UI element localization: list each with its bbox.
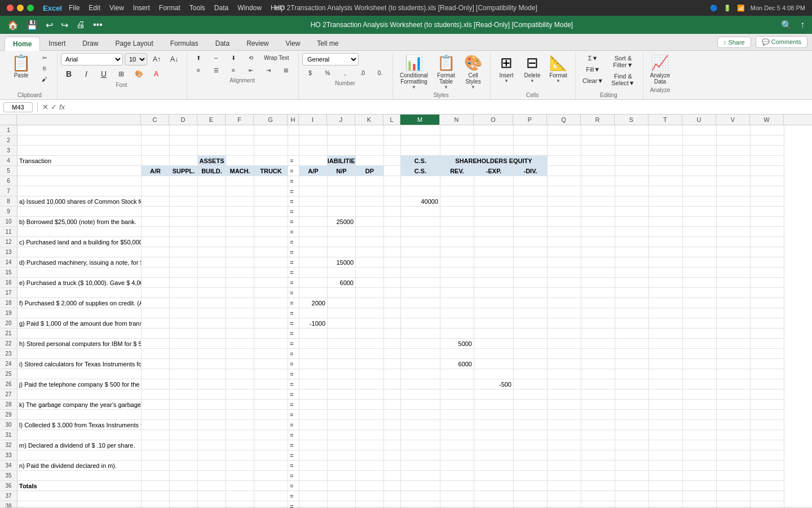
cell-K9[interactable] <box>356 207 384 217</box>
cell-R29[interactable] <box>581 410 615 420</box>
cell-V4[interactable] <box>717 156 751 166</box>
col-header-w[interactable]: W <box>750 115 784 125</box>
cell-F6[interactable] <box>226 176 254 186</box>
cell-A25[interactable] <box>17 369 142 379</box>
cell-T23[interactable] <box>649 349 683 359</box>
cell-O37[interactable] <box>474 491 514 501</box>
menu-tools[interactable]: Tools <box>189 4 205 12</box>
cell-P31[interactable] <box>514 430 548 440</box>
menu-data[interactable]: Data <box>214 4 228 12</box>
cell-U32[interactable] <box>683 440 717 450</box>
cell-C4[interactable] <box>142 156 170 166</box>
cell-I1[interactable] <box>299 125 328 135</box>
cell-C25[interactable] <box>142 369 170 379</box>
cell-J17[interactable] <box>328 288 356 298</box>
cell-N11[interactable] <box>440 227 474 237</box>
cell-O3[interactable] <box>474 146 514 156</box>
cell-W1[interactable] <box>751 125 784 135</box>
cell-S26[interactable] <box>615 379 649 389</box>
cell-V24[interactable] <box>717 359 751 369</box>
cell-F36[interactable] <box>226 481 254 491</box>
cell-S15[interactable] <box>615 268 649 278</box>
cell-U15[interactable] <box>683 268 717 278</box>
cell-J31[interactable] <box>328 430 356 440</box>
cell-T27[interactable] <box>649 389 683 400</box>
cell-D33[interactable] <box>170 450 198 461</box>
cell-U11[interactable] <box>683 227 717 237</box>
cell-S25[interactable] <box>615 369 649 379</box>
cell-P35[interactable] <box>514 471 548 481</box>
cell-F33[interactable] <box>226 450 254 461</box>
cell-P28[interactable] <box>514 400 548 410</box>
cell-Q22[interactable] <box>548 339 581 349</box>
cell-K19[interactable] <box>356 308 384 318</box>
cell-S32[interactable] <box>615 440 649 450</box>
cell-T11[interactable] <box>649 227 683 237</box>
cell-E20[interactable] <box>198 318 226 329</box>
cell-C15[interactable] <box>142 268 170 278</box>
cell-F19[interactable] <box>226 308 254 318</box>
cell-P19[interactable] <box>514 308 548 318</box>
cell-K37[interactable] <box>356 491 384 501</box>
cell-G29[interactable] <box>254 410 288 420</box>
cell-P15[interactable] <box>514 268 548 278</box>
cell-C12[interactable] <box>142 237 170 247</box>
align-left-button[interactable]: ≡ <box>191 65 206 75</box>
cell-Q11[interactable] <box>548 227 581 237</box>
cell-K8[interactable] <box>356 196 384 207</box>
cell-F20[interactable] <box>226 318 254 329</box>
cell-L25[interactable] <box>384 369 401 379</box>
cell-M24[interactable] <box>401 359 440 369</box>
cell-W30[interactable] <box>751 420 784 430</box>
cell-Q1[interactable] <box>548 125 581 135</box>
cell-W20[interactable] <box>751 318 784 329</box>
cell-T7[interactable] <box>649 186 683 196</box>
cell-L18[interactable] <box>384 298 401 308</box>
cell-Q23[interactable] <box>548 349 581 359</box>
font-grow-button[interactable]: A↑ <box>149 55 165 64</box>
cell-G25[interactable] <box>254 369 288 379</box>
cell-R30[interactable] <box>581 420 615 430</box>
cell-K22[interactable] <box>356 339 384 349</box>
cell-A22[interactable]: h) Stored personal computers for IBM for… <box>17 339 142 349</box>
cell-S6[interactable] <box>615 176 649 186</box>
cell-L27[interactable] <box>384 389 401 400</box>
cell-C3[interactable] <box>142 146 170 156</box>
cell-E11[interactable] <box>198 227 226 237</box>
cell-Q27[interactable] <box>548 389 581 400</box>
cell-Q26[interactable] <box>548 379 581 389</box>
cell-N20[interactable] <box>440 318 474 329</box>
cell-S11[interactable] <box>615 227 649 237</box>
cell-D16[interactable] <box>170 278 198 288</box>
cell-W12[interactable] <box>751 237 784 247</box>
cell-P6[interactable] <box>514 176 548 186</box>
cell-G18[interactable] <box>254 298 288 308</box>
cell-N3[interactable] <box>440 146 474 156</box>
cell-A29[interactable] <box>17 410 142 420</box>
cell-H14[interactable]: = <box>288 257 299 268</box>
tab-data[interactable]: Data <box>207 36 238 50</box>
cell-C17[interactable] <box>142 288 170 298</box>
cell-A1[interactable] <box>17 125 142 135</box>
cell-U34[interactable] <box>683 461 717 471</box>
cell-F2[interactable] <box>226 135 254 146</box>
cell-C14[interactable] <box>142 257 170 268</box>
search-toolbar-btn[interactable]: 🔍 <box>778 19 795 32</box>
cell-V5[interactable] <box>717 166 751 176</box>
cell-W31[interactable] <box>751 430 784 440</box>
cell-O28[interactable] <box>474 400 514 410</box>
cell-Q6[interactable] <box>548 176 581 186</box>
cell-O8[interactable] <box>474 196 514 207</box>
cell-G36[interactable] <box>254 481 288 491</box>
cell-U36[interactable] <box>683 481 717 491</box>
cell-K30[interactable] <box>356 420 384 430</box>
cell-G9[interactable] <box>254 207 288 217</box>
cell-P21[interactable] <box>514 329 548 339</box>
cell-F29[interactable] <box>226 410 254 420</box>
cell-P36[interactable] <box>514 481 548 491</box>
cell-V15[interactable] <box>717 268 751 278</box>
cell-L11[interactable] <box>384 227 401 237</box>
minimize-button[interactable] <box>17 5 24 11</box>
cell-D4[interactable] <box>170 156 198 166</box>
cell-I17[interactable] <box>299 288 328 298</box>
